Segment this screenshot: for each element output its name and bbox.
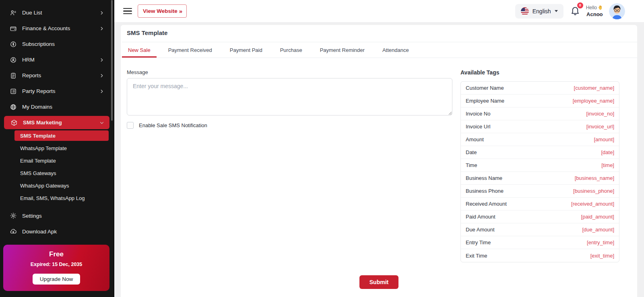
submenu-label: SMS Template bbox=[20, 133, 56, 139]
tag-value[interactable]: [invoice_url] bbox=[586, 124, 614, 130]
tag-row: Amount[amount] bbox=[461, 133, 619, 146]
tag-value[interactable]: [due_amount] bbox=[582, 227, 614, 233]
tag-value[interactable]: [customer_name] bbox=[574, 85, 614, 91]
sidebar-item-label: Finance & Accounts bbox=[22, 25, 70, 31]
notification-count-badge: 0 bbox=[577, 2, 583, 8]
us-flag-icon bbox=[521, 7, 529, 15]
tab-payment-reminder[interactable]: Payment Reminder bbox=[314, 42, 371, 58]
content-area: SMS Template New Sale Payment Received P… bbox=[114, 22, 644, 297]
enable-sms-checkbox-row[interactable]: Enable Sale SMS Notification bbox=[127, 122, 207, 129]
waving-hand-icon bbox=[598, 5, 603, 10]
submenu-item-email-template[interactable]: Email Template bbox=[0, 155, 114, 167]
sidebar-item-settings[interactable]: Settings bbox=[0, 208, 114, 224]
tab-payment-received[interactable]: Payment Received bbox=[162, 42, 218, 58]
tag-value[interactable]: [paid_amount] bbox=[581, 214, 614, 220]
tab-new-sale[interactable]: New Sale bbox=[122, 42, 157, 58]
tag-value[interactable]: [business_name] bbox=[575, 175, 614, 181]
tag-value[interactable]: [received_amount] bbox=[571, 201, 614, 207]
finance-accounts-icon bbox=[10, 25, 17, 32]
tag-row: Paid Amount[paid_amount] bbox=[461, 210, 619, 223]
tag-label: Employee Name bbox=[466, 98, 504, 104]
tag-row: Date[date] bbox=[461, 146, 619, 159]
submenu-label: Email, SMS, WhatsApp Log bbox=[20, 195, 85, 201]
submenu-item-whatsapp-gateways[interactable]: WhatsApp Gateways bbox=[0, 179, 114, 192]
topbar: View Website » English 0 Hello Acnoo bbox=[114, 0, 644, 22]
tab-purchase[interactable]: Purchase bbox=[274, 42, 308, 58]
language-label: English bbox=[533, 8, 551, 14]
enable-sms-checkbox[interactable] bbox=[127, 122, 134, 129]
submenu-item-sms-gateways[interactable]: SMS Gateways bbox=[0, 167, 114, 179]
sidebar-item-subscriptions[interactable]: Subscriptions bbox=[0, 36, 114, 52]
tag-row: Invoice No[invoice_no] bbox=[461, 107, 619, 120]
reports-icon bbox=[10, 72, 17, 79]
plan-expiry: Expired: 15 Dec, 2035 bbox=[3, 262, 109, 267]
tag-row: Customer Name[customer_name] bbox=[461, 82, 619, 95]
view-website-button[interactable]: View Website » bbox=[138, 4, 187, 18]
tag-label: Due Amount bbox=[466, 227, 495, 233]
tag-value[interactable]: [entry_time] bbox=[587, 239, 614, 245]
sidebar-item-label: Party Reports bbox=[22, 88, 56, 94]
caret-down-icon bbox=[555, 10, 558, 12]
subscriptions-icon bbox=[10, 41, 17, 48]
chevron-right-icon bbox=[99, 89, 105, 94]
tag-value[interactable]: [time] bbox=[601, 162, 614, 168]
tag-value[interactable]: [date] bbox=[601, 149, 614, 155]
tag-label: Entry Time bbox=[466, 239, 491, 245]
user-greeting: Hello Acnoo bbox=[586, 4, 603, 18]
language-selector[interactable]: English bbox=[515, 4, 564, 19]
submenu-item-sms-template[interactable]: SMS Template bbox=[14, 130, 109, 141]
notifications-button[interactable]: 0 bbox=[570, 5, 580, 18]
submenu-label: WhatsApp Gateways bbox=[20, 183, 69, 189]
sidebar-item-label: Settings bbox=[22, 213, 42, 219]
sidebar-item-label: Due List bbox=[22, 10, 42, 16]
page-title: SMS Template bbox=[127, 29, 167, 36]
greeting-text: Hello bbox=[586, 4, 597, 11]
message-input[interactable] bbox=[127, 78, 452, 116]
tag-label: Date bbox=[466, 149, 477, 155]
tag-value[interactable]: [exit_time] bbox=[590, 253, 614, 259]
submit-button[interactable]: Submit bbox=[359, 275, 398, 289]
sidebar-item-label: HRM bbox=[22, 57, 35, 63]
tag-value[interactable]: [business_phone] bbox=[573, 188, 614, 194]
tag-value[interactable]: [amount] bbox=[594, 136, 614, 142]
tag-row: Received Amount[received_amount] bbox=[461, 198, 619, 210]
globe-icon bbox=[10, 103, 17, 111]
upgrade-now-button[interactable]: Upgrade Now bbox=[33, 274, 80, 285]
sidebar-item-finance-accounts[interactable]: Finance & Accounts bbox=[0, 21, 114, 36]
gear-icon bbox=[10, 212, 17, 219]
sidebar-item-label: Reports bbox=[22, 72, 41, 78]
tag-label: Amount bbox=[466, 136, 484, 142]
submenu-label: Email Template bbox=[20, 158, 56, 164]
tag-label: Time bbox=[466, 162, 477, 168]
sidebar-scrollbar[interactable] bbox=[111, 0, 113, 121]
chevron-right-icon bbox=[99, 10, 105, 16]
hamburger-menu-icon[interactable] bbox=[123, 6, 132, 16]
submenu-item-whatsapp-template[interactable]: WhatsApp Template bbox=[0, 142, 114, 155]
submenu-item-email-sms-whatsapp-log[interactable]: Email, SMS, WhatsApp Log bbox=[0, 192, 114, 204]
sidebar-item-label: Download Apk bbox=[22, 229, 57, 235]
plan-name: Free bbox=[3, 250, 109, 258]
sidebar-item-reports[interactable]: Reports bbox=[0, 68, 114, 83]
sidebar-item-hrm[interactable]: HRM bbox=[0, 52, 114, 68]
tab-attendance[interactable]: Attendance bbox=[376, 42, 415, 58]
enable-sms-checkbox-label: Enable Sale SMS Notification bbox=[139, 122, 207, 128]
sidebar-item-download-apk[interactable]: Download Apk bbox=[0, 224, 114, 239]
sidebar-item-my-domains[interactable]: My Domains bbox=[0, 99, 114, 115]
template-tabs: New Sale Payment Received Payment Paid P… bbox=[122, 42, 637, 58]
view-website-label: View Website bbox=[143, 8, 178, 14]
tab-payment-paid[interactable]: Payment Paid bbox=[224, 42, 268, 58]
sidebar-item-sms-marketing[interactable]: SMS Marketing bbox=[4, 116, 109, 129]
tag-row: Exit Time[exit_time] bbox=[461, 249, 619, 262]
double-chevron-icon: » bbox=[179, 8, 182, 14]
sidebar-item-party-reports[interactable]: Party Reports bbox=[0, 83, 114, 99]
tag-value[interactable]: [invoice_no] bbox=[586, 111, 614, 117]
tag-value[interactable]: [employee_name] bbox=[573, 98, 614, 104]
avatar[interactable] bbox=[609, 3, 625, 19]
sms-marketing-submenu: SMS Template WhatsApp Template Email Tem… bbox=[0, 130, 114, 204]
chevron-down-icon bbox=[99, 120, 105, 126]
tag-row: Business Name[business_name] bbox=[461, 172, 619, 185]
tag-row: Entry Time[entry_time] bbox=[461, 236, 619, 249]
sidebar-item-due-list[interactable]: Due List bbox=[0, 5, 114, 21]
sms-template-card: SMS Template New Sale Payment Received P… bbox=[121, 25, 637, 297]
tag-label: Received Amount bbox=[466, 201, 507, 207]
